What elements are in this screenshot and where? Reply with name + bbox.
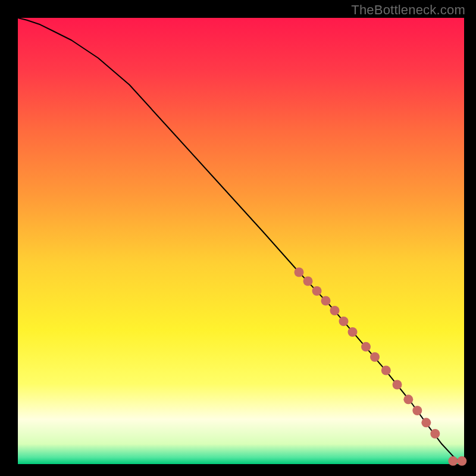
marker-dot bbox=[295, 268, 304, 277]
marker-dot bbox=[412, 406, 422, 415]
marker-dot bbox=[457, 456, 466, 466]
chart-svg bbox=[0, 0, 476, 476]
marker-dot bbox=[361, 342, 371, 352]
marker-dot bbox=[430, 429, 440, 439]
watermark-text: TheBottleneck.com bbox=[351, 2, 465, 18]
marker-dot bbox=[393, 380, 402, 390]
marker-dot bbox=[381, 366, 391, 375]
marker-dot bbox=[312, 286, 322, 296]
marker-dot bbox=[321, 296, 331, 306]
plot-background bbox=[18, 18, 464, 464]
marker-dot bbox=[403, 394, 413, 404]
marker-dot bbox=[339, 317, 349, 326]
marker-dot bbox=[370, 352, 380, 362]
marker-dot bbox=[330, 306, 340, 315]
marker-dot bbox=[448, 456, 458, 466]
marker-dot bbox=[421, 418, 431, 427]
marker-dot bbox=[348, 327, 358, 337]
chart-stage: TheBottleneck.com bbox=[0, 0, 476, 476]
marker-dot bbox=[303, 277, 313, 286]
